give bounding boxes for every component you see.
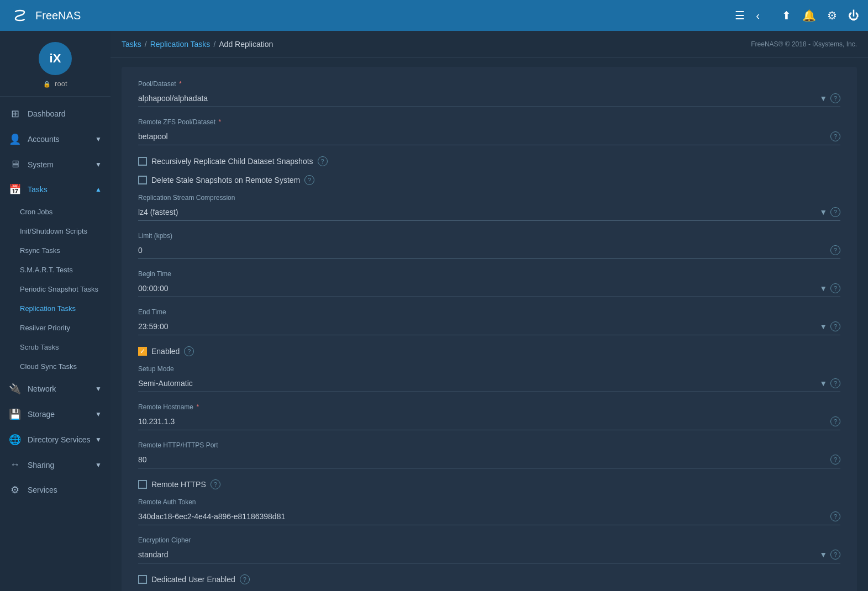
setup-mode-dropdown[interactable]: Semi-Automatic ▼ ? xyxy=(138,375,840,392)
remote-hostname-help-icon[interactable]: ? xyxy=(830,416,840,426)
enabled-label: Enabled xyxy=(151,347,180,356)
end-time-dropdown[interactable]: 23:59:00 ▼ ? xyxy=(138,318,840,335)
remote-port-input[interactable] xyxy=(138,455,830,464)
enabled-row: ✓ Enabled ? xyxy=(138,346,840,356)
sidebar-item-sharing[interactable]: ↔ Sharing ▼ xyxy=(0,452,111,477)
encryption-cipher-label: Encryption Cipher xyxy=(138,536,840,544)
remote-auth-group: Remote Auth Token ? xyxy=(138,498,840,525)
sidebar-item-cron-jobs[interactable]: Cron Jobs xyxy=(0,202,111,221)
replication-stream-dropdown[interactable]: lz4 (fastest) ▼ ? xyxy=(138,204,840,221)
bell-icon[interactable]: 🔔 xyxy=(802,9,816,22)
sidebar-item-resilver-priority[interactable]: Resilver Priority xyxy=(0,318,111,337)
remote-auth-help-icon[interactable]: ? xyxy=(830,511,840,521)
sidebar-nav: ⊞ Dashboard 👤 Accounts ▼ 🖥 System ▼ 📅 Ta… xyxy=(0,97,111,591)
sidebar-item-scrub-tasks[interactable]: Scrub Tasks xyxy=(0,337,111,357)
sidebar-item-init-shutdown[interactable]: Init/Shutdown Scripts xyxy=(0,221,111,241)
setup-mode-value: Semi-Automatic xyxy=(138,379,819,388)
breadcrumb-sep-2: / xyxy=(213,40,215,49)
pool-dataset-value: alphapool/alphadata xyxy=(138,94,819,103)
setup-mode-chevron-icon[interactable]: ▼ xyxy=(819,379,827,388)
setup-mode-help-icon[interactable]: ? xyxy=(830,378,840,388)
freenas-logo-icon xyxy=(9,4,31,27)
recursive-checkbox[interactable] xyxy=(138,157,147,166)
replication-stream-chevron-icon[interactable]: ▼ xyxy=(819,208,827,217)
sidebar-item-cloud-sync-tasks[interactable]: Cloud Sync Tasks xyxy=(0,357,111,376)
sharing-chevron-icon: ▼ xyxy=(95,461,102,469)
delete-stale-help-icon[interactable]: ? xyxy=(304,175,314,185)
dashboard-icon: ⊞ xyxy=(9,108,21,120)
sharing-icon: ↔ xyxy=(9,459,21,471)
begin-time-help-icon[interactable]: ? xyxy=(830,283,840,293)
recursive-help-icon[interactable]: ? xyxy=(318,156,328,166)
logo-text: FreeNAS xyxy=(35,9,81,22)
replication-stream-help-icon[interactable]: ? xyxy=(830,207,840,217)
dedicated-user-enabled-help-icon[interactable]: ? xyxy=(240,574,250,584)
breadcrumb: Tasks / Replication Tasks / Add Replicat… xyxy=(122,40,273,49)
sidebar-item-network[interactable]: 🔌 Network ▼ xyxy=(0,376,111,402)
pool-dataset-chevron-icon[interactable]: ▼ xyxy=(819,94,827,103)
sidebar-item-services[interactable]: ⚙ Services xyxy=(0,477,111,503)
sidebar-item-periodic-snapshot[interactable]: Periodic Snapshot Tasks xyxy=(0,279,111,299)
remote-hostname-input[interactable] xyxy=(138,417,830,426)
remote-hostname-label: Remote Hostname * xyxy=(138,403,840,411)
enabled-checkbox[interactable]: ✓ xyxy=(138,347,147,356)
sidebar-item-replication-tasks[interactable]: Replication Tasks xyxy=(0,299,111,318)
pool-dataset-dropdown[interactable]: alphapool/alphadata ▼ ? xyxy=(138,90,840,107)
remote-port-input-wrapper: ? xyxy=(138,451,840,468)
remote-hostname-required: * xyxy=(196,403,199,411)
sidebar-item-rsync-tasks[interactable]: Rsync Tasks xyxy=(0,241,111,260)
dedicated-user-enabled-checkbox[interactable] xyxy=(138,575,147,584)
remote-https-row: Remote HTTPS ? xyxy=(138,479,840,489)
sidebar-item-smart-tests[interactable]: S.M.A.R.T. Tests xyxy=(0,260,111,279)
remote-port-group: Remote HTTP/HTTPS Port ? xyxy=(138,441,840,468)
delete-stale-row: Delete Stale Snapshots on Remote System … xyxy=(138,175,840,185)
remote-https-help-icon[interactable]: ? xyxy=(211,479,220,489)
storage-icon: 💾 xyxy=(9,408,21,420)
upload-icon[interactable]: ⬆ xyxy=(782,9,791,22)
encryption-cipher-help-icon[interactable]: ? xyxy=(830,550,840,560)
begin-time-dropdown[interactable]: 00:00:00 ▼ ? xyxy=(138,280,840,297)
sidebar-item-system[interactable]: 🖥 System ▼ xyxy=(0,152,111,177)
pool-dataset-help-icon[interactable]: ? xyxy=(830,93,840,103)
breadcrumb-tasks[interactable]: Tasks xyxy=(122,40,141,49)
limit-group: Limit (kpbs) ? xyxy=(138,232,840,259)
gear-icon[interactable]: ⚙ xyxy=(827,9,837,22)
form-card: Pool/Dataset * alphapool/alphadata ▼ ? R… xyxy=(122,67,857,591)
power-icon[interactable]: ⏻ xyxy=(848,9,859,22)
pool-dataset-label: Pool/Dataset * xyxy=(138,80,840,88)
breadcrumb-sep-1: / xyxy=(145,40,147,49)
directory-services-chevron-icon: ▼ xyxy=(95,436,102,444)
encryption-cipher-value: standard xyxy=(138,550,819,559)
sidebar-item-accounts[interactable]: 👤 Accounts ▼ xyxy=(0,126,111,152)
remote-auth-input[interactable] xyxy=(138,512,830,521)
hamburger-icon[interactable]: ☰ xyxy=(735,9,745,22)
storage-chevron-icon: ▼ xyxy=(95,410,102,418)
replication-stream-group: Replication Stream Compression lz4 (fast… xyxy=(138,194,840,221)
remote-port-help-icon[interactable]: ? xyxy=(830,455,840,465)
sidebar-item-dashboard[interactable]: ⊞ Dashboard xyxy=(0,101,111,126)
sidebar-item-directory-services[interactable]: 🌐 Directory Services ▼ xyxy=(0,427,111,452)
breadcrumb-current: Add Replication xyxy=(219,40,273,49)
begin-time-chevron-icon[interactable]: ▼ xyxy=(819,284,827,293)
delete-stale-checkbox[interactable] xyxy=(138,176,147,184)
end-time-chevron-icon[interactable]: ▼ xyxy=(819,322,827,331)
delete-stale-label: Delete Stale Snapshots on Remote System xyxy=(151,176,300,184)
sidebar-item-storage[interactable]: 💾 Storage ▼ xyxy=(0,402,111,427)
chevron-left-icon[interactable]: ‹ xyxy=(756,9,760,22)
end-time-help-icon[interactable]: ? xyxy=(830,321,840,331)
network-chevron-icon: ▼ xyxy=(95,385,102,393)
remote-https-label: Remote HTTPS xyxy=(151,480,206,489)
topbar: FreeNAS ☰ ‹ ⬆ 🔔 ⚙ ⏻ xyxy=(0,0,868,31)
system-icon: 🖥 xyxy=(9,159,21,170)
breadcrumb-replication[interactable]: Replication Tasks xyxy=(150,40,211,49)
remote-zfs-help-icon[interactable]: ? xyxy=(830,131,840,141)
limit-help-icon[interactable]: ? xyxy=(830,245,840,255)
encryption-cipher-dropdown[interactable]: standard ▼ ? xyxy=(138,546,840,563)
remote-zfs-input[interactable] xyxy=(138,132,830,141)
enabled-help-icon[interactable]: ? xyxy=(184,346,194,356)
encryption-cipher-chevron-icon[interactable]: ▼ xyxy=(819,550,827,559)
remote-port-label: Remote HTTP/HTTPS Port xyxy=(138,441,840,449)
remote-https-checkbox[interactable] xyxy=(138,480,147,489)
sidebar-item-tasks[interactable]: 📅 Tasks ▲ xyxy=(0,177,111,202)
limit-input[interactable] xyxy=(138,246,830,255)
